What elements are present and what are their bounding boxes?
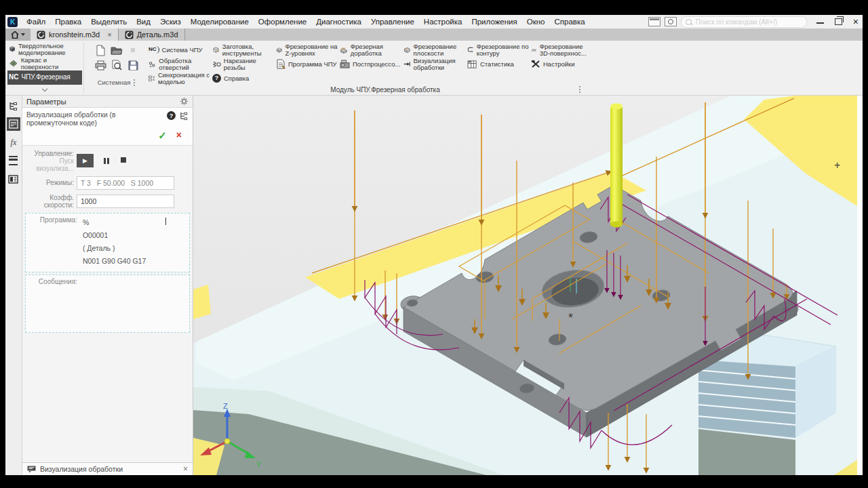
command-header: Визуализация обработки (в промежуточном … <box>22 108 193 146</box>
cmd-threading[interactable]: Нарезание резьбы <box>212 57 275 71</box>
cmd-visualization[interactable]: Визуализация обработки <box>403 57 467 71</box>
cmd-label: Фрезерование на Z-уровнях <box>285 43 339 56</box>
cmd-3d-surface-milling[interactable]: Фрезерование 3D-поверхнос... <box>530 43 594 57</box>
menu-management[interactable]: Управление <box>366 16 419 27</box>
ribbon-toolbar: Твердотельное моделирование Каркас и пов… <box>5 41 863 96</box>
parameters-panel: Параметры Визуализация обработки (в пром… <box>22 96 193 475</box>
options-tree-icon[interactable] <box>179 111 189 121</box>
close-button[interactable]: × <box>853 18 859 26</box>
messages-box[interactable]: Сообщения: <box>25 274 190 333</box>
program-box[interactable]: Программа: % O00001 ( Деталь ) N001 G90 … <box>25 213 190 272</box>
cmd-statistics[interactable]: Статистика <box>467 57 530 71</box>
panel-title: Параметры <box>26 98 66 106</box>
nc-program-icon <box>276 59 285 69</box>
report-icon[interactable] <box>7 172 20 186</box>
cmd-label: Фрезерование 3D-поверхнос... <box>540 43 593 56</box>
cmd-label: Заготовка, инструменты <box>222 43 275 56</box>
cmd-settings[interactable]: Настройки <box>530 57 594 71</box>
home-icon <box>11 31 19 39</box>
print-icon[interactable] <box>95 60 106 70</box>
cancel-button[interactable]: × <box>176 129 182 142</box>
app-logo-letter: K <box>10 18 15 26</box>
modes-label: Режимы: <box>22 179 74 186</box>
tab-label: Деталь.m3d <box>137 30 178 39</box>
nc-system-icon: NC <box>149 46 159 53</box>
workspace-wireframe-surfaces[interactable]: Каркас и поверхности <box>7 56 82 70</box>
variables-icon[interactable]: fx <box>7 136 20 149</box>
chevron-down-icon[interactable] <box>42 86 47 92</box>
cmd-hole-machining[interactable]: Обработка отверстий <box>148 57 212 71</box>
menu-edit[interactable]: Правка <box>50 16 86 27</box>
command-search[interactable] <box>681 16 807 28</box>
group-grip[interactable] <box>133 79 136 86</box>
workspace-solid-modeling[interactable]: Твердотельное моделирование <box>7 42 82 56</box>
app-logo-icon[interactable]: K <box>7 17 18 27</box>
speed-coefficient-field[interactable]: 1000 <box>77 195 174 208</box>
model-tree-icon[interactable] <box>7 99 20 113</box>
menu-diagnostics[interactable]: Диагностика <box>311 16 366 27</box>
viewport-3d[interactable]: + * Z Y <box>193 96 863 475</box>
menu-help[interactable]: Справка <box>549 16 589 27</box>
menu-annotation[interactable]: Оформление <box>254 16 311 27</box>
menu-modeling[interactable]: Моделирование <box>186 16 254 27</box>
process-bar[interactable]: Визуализация обработки × <box>22 462 193 475</box>
menu-select[interactable]: Выделить <box>86 16 132 27</box>
parameters-panel-icon[interactable] <box>7 117 20 131</box>
cmd-postprocessor[interactable]: Постпроцессо... <box>339 57 403 71</box>
new-document-icon[interactable] <box>96 45 106 56</box>
home-button[interactable] <box>5 28 31 41</box>
print-preview-icon[interactable] <box>111 60 122 70</box>
screen-capture-icon[interactable] <box>665 17 677 26</box>
pause-button[interactable] <box>104 158 109 164</box>
menu-file[interactable]: Файл <box>22 16 50 27</box>
menu-sketch[interactable]: Эскиз <box>155 16 186 27</box>
modes-field[interactable]: T 3 F 50.000 S 1000 <box>77 176 174 190</box>
workspace-switcher: Твердотельное моделирование Каркас и пов… <box>5 41 82 95</box>
workspace-cnc-milling[interactable]: NC ЧПУ.Фрезерная <box>7 70 82 85</box>
recent-icon[interactable] <box>130 47 136 53</box>
cmd-label: Визуализация обработки <box>414 58 466 70</box>
cmd-face-milling[interactable]: Фрезерование плоскости <box>403 43 467 57</box>
menu-bar: K Файл Правка Выделить Вид Эскиз Моделир… <box>5 15 863 28</box>
cmd-help[interactable]: ? Справка <box>212 71 275 85</box>
cmd-sync-with-model[interactable]: Синхронизация с моделью <box>148 71 212 85</box>
minimize-button[interactable] <box>816 18 824 26</box>
cmd-label: Нарезание резьбы <box>224 58 275 70</box>
tab-detal[interactable]: Деталь.m3d <box>119 28 185 41</box>
cmd-label: Фрезерование по контуру <box>477 43 530 56</box>
process-close-icon[interactable]: × <box>183 464 188 474</box>
menu-window[interactable]: Окно <box>522 16 550 27</box>
stop-button[interactable] <box>121 157 126 163</box>
cmd-z-level-milling[interactable]: Фрезерование на Z-уровнях <box>275 43 339 57</box>
cmd-nc-system[interactable]: NC Система ЧПУ <box>148 43 212 57</box>
restore-button[interactable] <box>835 18 842 25</box>
gear-icon[interactable] <box>180 97 189 106</box>
cmd-nc-program[interactable]: Программа ЧПУ <box>275 57 339 71</box>
windows-layout-icon[interactable] <box>648 17 660 26</box>
menu-settings[interactable]: Настройка <box>419 16 467 27</box>
cmd-label: Настройки <box>543 61 575 68</box>
visualization-icon <box>403 60 411 68</box>
menu-view[interactable]: Вид <box>132 16 155 27</box>
menu-applications[interactable]: Приложения <box>467 16 521 27</box>
tab-kronshtein[interactable]: kronshtein.m3d × <box>31 28 119 41</box>
module-group-grip[interactable] <box>578 85 581 93</box>
statistics-icon <box>467 60 477 69</box>
play-button[interactable]: ▶ <box>77 154 94 167</box>
open-folder-icon[interactable] <box>111 45 123 56</box>
cmd-label: Программа ЧПУ <box>288 61 337 68</box>
cmd-contour-milling[interactable]: Фрезерование по контуру <box>467 43 530 57</box>
apply-button[interactable]: ✓ <box>158 129 167 142</box>
milling-tool[interactable] <box>610 104 623 228</box>
system-group: Системная <box>85 41 148 95</box>
command-help-icon[interactable]: ? <box>167 111 176 120</box>
cmd-rest-milling[interactable]: Фрезерная доработка <box>339 43 403 57</box>
save-icon[interactable] <box>128 60 138 70</box>
toolbar-divider <box>83 43 84 93</box>
list-icon[interactable] <box>7 154 20 167</box>
module-group-label: Модуль ЧПУ.Фрезерная обработка <box>216 86 555 94</box>
search-input[interactable] <box>694 18 802 26</box>
tab-close-icon[interactable]: × <box>107 30 111 39</box>
cmd-stock-tools[interactable]: Заготовка, инструменты <box>212 43 275 57</box>
cmd-label: Система ЧПУ <box>162 47 203 54</box>
